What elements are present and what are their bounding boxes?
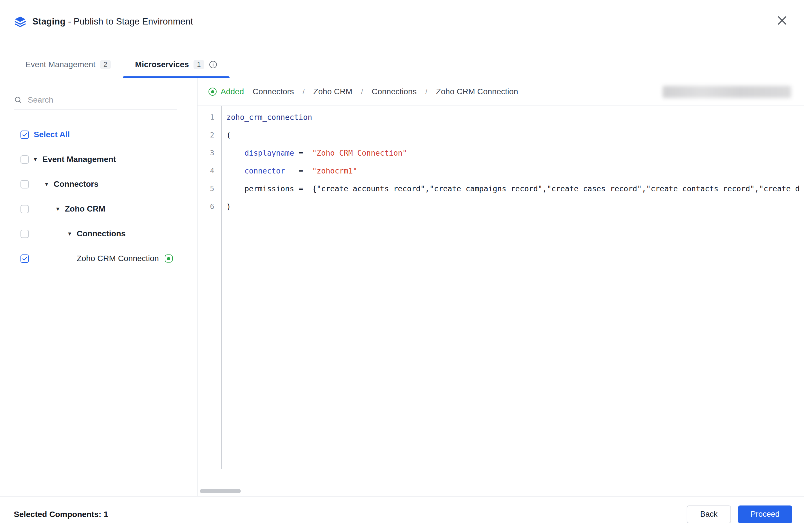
- breadcrumb-item-connectors[interactable]: Connectors: [253, 87, 294, 96]
- redacted-region: [663, 86, 791, 98]
- tab-microservices-count: 1: [194, 60, 204, 69]
- tree-item-label: Event Management: [42, 155, 116, 164]
- added-status-icon: [165, 254, 173, 263]
- breadcrumb-item-connections[interactable]: Connections: [372, 87, 417, 96]
- tree-item-zoho-crm[interactable]: ▾ Zoho CRM: [0, 196, 197, 221]
- code-content: zoho_crm_connection ( displayname = "Zoh…: [222, 106, 804, 496]
- tree-item-label: Connectors: [54, 179, 98, 189]
- selected-components-label: Selected Components:: [14, 510, 101, 519]
- tree-item-connections[interactable]: ▾ Connections: [0, 221, 197, 246]
- search-input[interactable]: [27, 95, 177, 105]
- search-field: [14, 91, 177, 110]
- selected-components-summary: Selected Components:1: [14, 510, 108, 519]
- code-equals: =: [294, 149, 312, 157]
- tree-item-event-management[interactable]: ▾ Event Management: [0, 147, 197, 172]
- line-number: 2: [198, 126, 214, 144]
- tree-checkbox-event-management[interactable]: [20, 155, 29, 164]
- code-key-connector: connector: [244, 167, 285, 175]
- breadcrumb: Added Connectors / Zoho CRM / Connection…: [198, 78, 804, 106]
- status-label: Added: [221, 87, 244, 96]
- tree-checkbox-connectors[interactable]: [20, 180, 29, 189]
- close-icon: [776, 14, 788, 27]
- code-open-paren: (: [226, 131, 231, 139]
- layers-icon: [14, 15, 26, 28]
- code-key-displayname: displayname: [244, 149, 294, 157]
- info-icon[interactable]: [209, 60, 217, 69]
- code-value-displayname: "Zoho CRM Connection": [312, 149, 407, 157]
- breadcrumb-separator: /: [361, 87, 363, 96]
- code-resource-name: zoho_crm_connection: [226, 113, 312, 121]
- breadcrumb-separator: /: [425, 87, 427, 96]
- component-tree: Select All ▾ Event Management ▾ Connecto…: [0, 122, 197, 271]
- page-title-env: Staging: [32, 16, 66, 26]
- dialog-body: Select All ▾ Event Management ▾ Connecto…: [0, 78, 804, 496]
- chevron-down-icon[interactable]: ▾: [68, 231, 77, 237]
- proceed-button[interactable]: Proceed: [738, 506, 792, 524]
- tab-event-management-count: 2: [100, 60, 111, 69]
- breadcrumb-item-zoho-crm[interactable]: Zoho CRM: [313, 87, 352, 96]
- chevron-down-icon[interactable]: ▾: [56, 206, 65, 212]
- back-button[interactable]: Back: [687, 506, 731, 524]
- select-all-row[interactable]: Select All: [0, 122, 197, 147]
- code-value-connector: "zohocrm1": [312, 167, 357, 175]
- tab-microservices[interactable]: Microservices 1: [123, 60, 230, 78]
- footer-actions: Back Proceed: [687, 506, 792, 524]
- tab-event-management[interactable]: Event Management 2: [13, 60, 123, 78]
- horizontal-scrollbar-thumb[interactable]: [200, 489, 241, 493]
- search-icon: [14, 96, 22, 104]
- selected-components-count: 1: [104, 510, 108, 519]
- page-title: Staging - Publish to Stage Environment: [32, 16, 193, 27]
- line-number: 3: [198, 144, 214, 162]
- tree-item-label: Zoho CRM Connection: [77, 254, 159, 263]
- line-number: 5: [198, 180, 214, 198]
- code-editor[interactable]: 1 2 3 4 5 6 zoho_crm_connection ( displa…: [198, 106, 804, 496]
- tree-item-label: Zoho CRM: [65, 204, 105, 213]
- code-equals: =: [294, 185, 312, 193]
- added-dot-icon: [208, 88, 217, 96]
- tree-item-connectors[interactable]: ▾ Connectors: [0, 172, 197, 196]
- select-all-label: Select All: [34, 130, 70, 139]
- line-number: 1: [198, 108, 214, 126]
- code-key-permissions: permissions: [244, 185, 294, 193]
- dialog-header: Staging - Publish to Stage Environment: [0, 0, 804, 43]
- dialog-footer: Selected Components:1 Back Proceed: [0, 496, 804, 532]
- code-value-permissions: {"create_accounts_record","create_campai…: [312, 185, 800, 193]
- page-title-rest: - Publish to Stage Environment: [66, 16, 193, 26]
- code-indent: [226, 167, 244, 175]
- chevron-down-icon[interactable]: ▾: [45, 181, 54, 187]
- tab-bar: Event Management 2 Microservices 1: [0, 43, 804, 78]
- close-button[interactable]: [775, 14, 789, 28]
- code-equals: =: [285, 167, 312, 175]
- breadcrumb-item-zoho-crm-connection[interactable]: Zoho CRM Connection: [436, 87, 518, 96]
- select-all-checkbox[interactable]: [20, 131, 29, 139]
- tab-microservices-label: Microservices: [135, 60, 189, 69]
- change-status: Added: [208, 87, 244, 96]
- code-close-paren: ): [226, 202, 231, 211]
- line-number: 6: [198, 198, 214, 215]
- tree-item-zoho-crm-connection[interactable]: Zoho CRM Connection: [0, 246, 197, 271]
- breadcrumb-separator: /: [303, 87, 305, 96]
- code-indent: [226, 149, 244, 157]
- line-number: 4: [198, 162, 214, 180]
- diff-preview-panel: Added Connectors / Zoho CRM / Connection…: [198, 78, 804, 496]
- tree-checkbox-connections[interactable]: [20, 230, 29, 238]
- tree-item-label: Connections: [77, 229, 126, 238]
- chevron-down-icon[interactable]: ▾: [34, 156, 42, 163]
- code-indent: [226, 185, 244, 193]
- line-number-gutter: 1 2 3 4 5 6: [198, 106, 222, 469]
- component-tree-panel: Select All ▾ Event Management ▾ Connecto…: [0, 78, 198, 496]
- tree-checkbox-zoho-crm[interactable]: [20, 205, 29, 213]
- tree-checkbox-zoho-crm-connection[interactable]: [20, 254, 29, 263]
- tab-event-management-label: Event Management: [25, 60, 95, 69]
